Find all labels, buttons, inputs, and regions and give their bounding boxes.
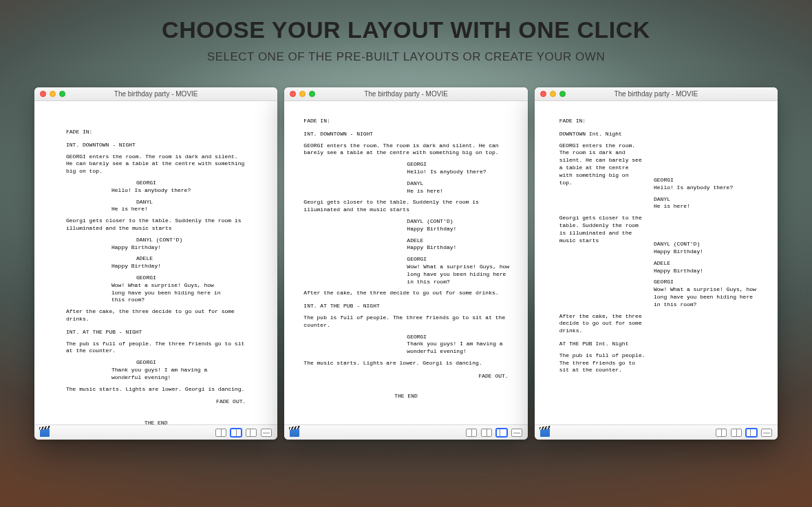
layout-single-button[interactable] <box>215 429 226 437</box>
action: The music starts. Lights are lower. Geor… <box>66 386 246 393</box>
character: GEORGI <box>654 177 757 184</box>
clapper-icon[interactable] <box>540 429 550 437</box>
the-end: THE END <box>303 393 508 400</box>
action: The pub is full of people. The three fri… <box>66 341 246 356</box>
character: GEORGI <box>407 334 508 341</box>
character: DANYL <box>407 180 508 188</box>
layout-bar-button[interactable] <box>261 429 272 437</box>
windows-row: The birthday party - MOVIE FADE IN: INT.… <box>0 87 812 440</box>
dialogue: Wow! What a surprise! Guys, how long hav… <box>654 286 757 308</box>
layout-wide-button[interactable] <box>246 429 257 437</box>
slugline: INT. AT THE PUB - NIGHT <box>303 303 508 310</box>
character: GEORGI <box>136 180 246 187</box>
page-subtitle: SELECT ONE OF THE PRE-BUILT LAYOUTS OR C… <box>0 50 812 64</box>
action: After the cake, the three decide to go o… <box>303 290 508 297</box>
script-page: FADE IN: INT. DOWNTOWN - NIGHT GEORGI en… <box>34 101 277 424</box>
slugline: INT. DOWNTOWN - NIGHT <box>66 142 246 149</box>
action: Georgi gets closer to the table. Suddenl… <box>66 217 246 233</box>
titlebar[interactable]: The birthday party - MOVIE <box>535 87 778 101</box>
window-layout-c: The birthday party - MOVIE FADE IN: DOWN… <box>535 87 778 440</box>
the-end: THE END <box>66 420 246 424</box>
character: GEORGI <box>407 161 508 169</box>
layout-split-button[interactable] <box>231 429 242 437</box>
dialogue: Thank you guys! I am having a wonderful … <box>407 341 510 356</box>
layout-split-button[interactable] <box>731 429 742 437</box>
character: GEORGI <box>136 359 246 367</box>
slugline: INT. AT THE PUB - NIGHT <box>66 329 246 336</box>
slugline: AT THE PUB Int. Night <box>559 341 648 348</box>
dialogue: Happy Birthday! <box>654 248 757 256</box>
toolbar <box>284 424 527 440</box>
layout-single-button[interactable] <box>466 429 477 437</box>
titlebar[interactable]: The birthday party - MOVIE <box>284 87 527 101</box>
dialogue: He is here! <box>654 203 757 211</box>
action: The pub is full of people. The three fri… <box>559 352 648 374</box>
layout-bar-button[interactable] <box>511 429 522 437</box>
layout-wide-button[interactable] <box>496 429 507 437</box>
toolbar <box>535 424 778 440</box>
action: Georgi gets closer to the table. Suddenl… <box>559 215 644 244</box>
script-page: FADE IN: DOWNTOWN Int. Night GEORGI ente… <box>535 101 778 424</box>
window-title: The birthday party - MOVIE <box>34 90 277 98</box>
character: ADELE <box>407 237 508 245</box>
window-layout-b: The birthday party - MOVIE FADE IN: INT.… <box>284 87 527 440</box>
layout-single-button[interactable] <box>716 429 727 437</box>
window-layout-a: The birthday party - MOVIE FADE IN: INT.… <box>34 87 277 440</box>
character: ADELE <box>136 255 246 263</box>
layout-split-button[interactable] <box>481 429 492 437</box>
layout-wide-button[interactable] <box>746 429 757 437</box>
character: GEORGI <box>407 256 508 263</box>
toolbar <box>34 424 277 440</box>
character: GEORGI <box>136 274 246 282</box>
action: After the cake, the three decide to go o… <box>559 313 648 335</box>
action: The pub is full of people. The three fri… <box>303 314 508 330</box>
action: GEORGI enters the room. The room is dark… <box>66 153 246 175</box>
script-page: FADE IN: INT. DOWNTOWN - NIGHT GEORGI en… <box>284 101 527 424</box>
dialogue: He is here! <box>407 188 510 195</box>
dialogue: Hello! Is anybody there? <box>407 169 510 176</box>
page-title: CHOOSE YOUR LAYOUT WITH ONE CLICK <box>0 17 812 43</box>
dialogue: Happy Birthday! <box>111 244 222 252</box>
dialogue: He is here! <box>111 206 222 213</box>
titlebar[interactable]: The birthday party - MOVIE <box>34 87 277 101</box>
action: Georgi gets closer to the table. Suddenl… <box>303 199 508 214</box>
slugline: INT. DOWNTOWN - NIGHT <box>303 131 508 138</box>
action: After the cake, the three decide to go o… <box>66 308 246 323</box>
clapper-icon[interactable] <box>40 429 50 437</box>
slugline: DOWNTOWN Int. Night <box>559 131 644 138</box>
layout-bar-button[interactable] <box>761 429 772 437</box>
dialogue: Wow! What a surprise! Guys, how long hav… <box>111 282 222 304</box>
dialogue: Hello! Is anybody there? <box>654 184 757 192</box>
window-title: The birthday party - MOVIE <box>284 90 527 98</box>
dialogue: Happy Birthday! <box>654 268 757 275</box>
dialogue: Thank you guys! I am having a wonderful … <box>111 367 222 382</box>
action: The music starts. Lights are lower. Geor… <box>303 360 508 367</box>
dialogue: Happy Birthday! <box>407 226 510 233</box>
fade-in: FADE IN: <box>66 129 246 136</box>
dialogue: Wow! What a surprise! Guys, how long hav… <box>407 263 510 285</box>
character: ADELE <box>654 260 757 268</box>
dialogue: Happy Birthday! <box>407 244 510 252</box>
transition: FADE OUT. <box>66 398 246 406</box>
window-title: The birthday party - MOVIE <box>535 90 778 98</box>
action: GEORGI enters the room. The room is dark… <box>303 142 508 158</box>
character: DANYL <box>136 199 246 206</box>
character: DANYL <box>654 196 757 204</box>
transition: FADE OUT. <box>303 373 508 380</box>
fade-in: FADE IN: <box>303 118 508 125</box>
character: GEORGI <box>654 279 757 286</box>
action: GEORGI enters the room. The room is dark… <box>559 142 644 187</box>
clapper-icon[interactable] <box>290 429 299 437</box>
character: DANYL (CONT'D) <box>654 241 757 248</box>
dialogue: Happy Birthday! <box>111 263 222 270</box>
character: DANYL (CONT'D) <box>136 237 246 244</box>
dialogue: Hello! Is anybody there? <box>111 187 222 195</box>
character: DANYL (CONT'D) <box>407 218 508 226</box>
fade-in: FADE IN: <box>559 118 644 125</box>
